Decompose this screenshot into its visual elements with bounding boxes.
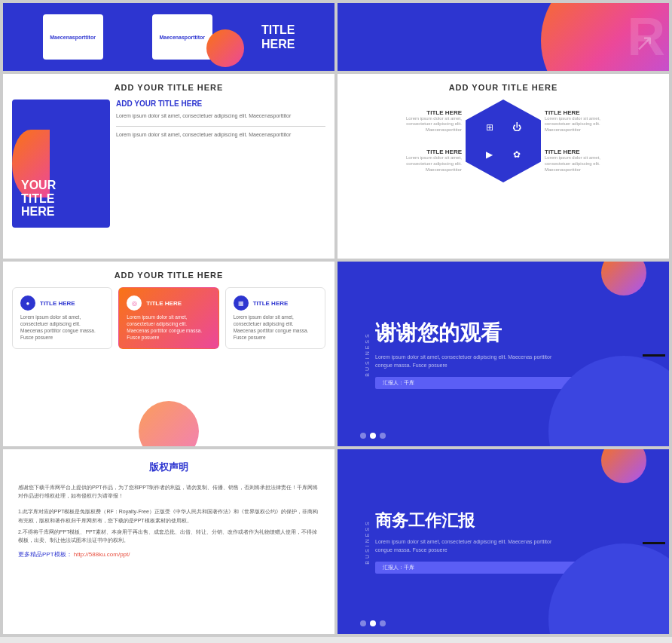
slide4-item-1: TITLE HERE Lorem ipsum dolor sit amet, c… — [545, 109, 628, 133]
slide5-card2-icon-row: ▦ TITLE HERE — [234, 295, 317, 311]
slide4-hex-center: ⊞ ⏻ ▶ ✿ — [466, 100, 541, 182]
slide2-arrow-icon: ↗ — [635, 29, 654, 56]
slide6-side-text: BUSINESS — [365, 332, 370, 376]
slide5-card-1: ◎ TITLE HERE Lorem ipsum dolor sit amet,… — [118, 287, 218, 349]
slide4-title: ADD YOUR TITLE HERE — [347, 83, 660, 92]
slide3-body1: Lorem ipsum dolor sit amet, consectetuer… — [116, 112, 325, 120]
slide8-main-title: 商务工作汇报 — [375, 510, 646, 532]
slide5-card-0: ● TITLE HERE Lorem ipsum dolor sit amet,… — [12, 287, 112, 349]
slide8-dot-2 — [380, 620, 386, 626]
slide7-website-url[interactable]: http://588ku.com/ppt/ — [74, 551, 130, 558]
slide5-card1-body: Lorem ipsum dolor sit amet, consectetuer… — [127, 314, 210, 341]
slide8-orange-ball — [601, 449, 646, 483]
slide5-cards: ● TITLE HERE Lorem ipsum dolor sit amet,… — [12, 287, 325, 349]
slide-4: ADD YOUR TITLE HERE TITLE HERE Lorem ips… — [338, 74, 669, 259]
slide5-card0-icon-row: ● TITLE HERE — [20, 295, 104, 311]
slide3-body2: Lorem ipsum dolor sit amet, consectetuer… — [116, 131, 325, 139]
slide8-black-line — [643, 542, 665, 544]
slide7-website-label: 更多精品PPT模板： — [18, 551, 72, 558]
slide5-card0-body: Lorem ipsum dolor sit amet, consectetuer… — [20, 314, 104, 341]
slide-2: R ↗ — [338, 3, 669, 71]
slide5-card1-title: TITLE HERE — [146, 300, 182, 307]
slide1-card1-label: Maecenasporttitor — [50, 35, 96, 40]
slide6-orange-ball — [601, 262, 646, 295]
slide6-dot-2 — [380, 433, 386, 439]
slide5-card2-body: Lorem ipsum dolor sit amet, consectetuer… — [234, 314, 317, 341]
slide4-item2-body: Lorem ipsum dolor sit amet, consectetuer… — [379, 155, 462, 173]
slide5-title: ADD YOUR TITLE HERE — [12, 271, 325, 280]
slide5-card2-icon: ▦ — [234, 295, 249, 311]
slide5-pink-blob — [139, 401, 199, 446]
slide5-card-2: ▦ TITLE HERE Lorem ipsum dolor sit amet,… — [225, 287, 325, 349]
slide1-orange-circle — [206, 29, 244, 67]
slide4-item1-title: TITLE HERE — [545, 109, 628, 116]
slide8-dots — [360, 620, 386, 626]
slide4-hex-icon-2: ▶ — [477, 142, 502, 168]
slide5-card0-title: TITLE HERE — [40, 300, 75, 307]
slide-6: BUSINESS 谢谢您的观看 Lorem ipsum dolor sit am… — [338, 262, 669, 446]
slide6-dot-1 — [370, 433, 376, 439]
slide4-right-col: TITLE HERE Lorem ipsum dolor sit amet, c… — [545, 109, 628, 173]
slide4-item-2: TITLE HERE Lorem ipsum dolor sit amet, c… — [379, 149, 462, 173]
slide4-hex-grid: TITLE HERE Lorem ipsum dolor sit amet, c… — [347, 100, 660, 182]
slide-grid: Maecenasporttitor Maecenasporttitor TITL… — [0, 0, 672, 637]
slide8-arc — [548, 543, 669, 634]
slide4-item0-body: Lorem ipsum dolor sit amet, consectetuer… — [379, 116, 462, 133]
slide8-dot-1 — [370, 620, 376, 626]
slide-8: BUSINESS 商务工作汇报 Lorem ipsum dolor sit am… — [338, 449, 669, 634]
slide8-dot-0 — [360, 620, 366, 626]
slide3-divider — [116, 126, 325, 127]
slide-7: 版权声明 感谢您下载千库网平台上提供的PPT作品，为了您和PPT制作者的利益，请… — [3, 449, 334, 634]
slide3-left-title: YOURTITLEHERE — [21, 179, 56, 219]
slide-3: ADD YOUR TITLE HERE YOURTITLEHERE ADD YO… — [3, 74, 334, 259]
slide4-item0-title: TITLE HERE — [379, 109, 462, 116]
slide3-content: YOURTITLEHERE ADD YOUR TITLE HERE Lorem … — [12, 100, 325, 228]
slide5-card1-icon-row: ◎ TITLE HERE — [127, 295, 210, 311]
slide6-sub-text: Lorem ipsum dolor sit amet, consectetuer… — [375, 354, 564, 369]
slide7-point1: 1.此字库对应的PPT模板是免版权费（RF：Royalty-Free）正版受《中… — [18, 507, 319, 524]
slide3-right-panel: ADD YOUR TITLE HERE Lorem ipsum dolor si… — [116, 100, 325, 228]
slide4-item-3: TITLE HERE Lorem ipsum dolor sit amet, c… — [545, 149, 628, 173]
slide1-card2-label: Maecenasporttitor — [159, 35, 205, 40]
slide7-website: 更多精品PPT模板： http://588ku.com/ppt/ — [18, 550, 319, 559]
slide3-left-panel: YOURTITLEHERE — [12, 100, 110, 228]
slide-5: ADD YOUR TITLE HERE ● TITLE HERE Lorem i… — [3, 262, 334, 446]
slide6-arc — [548, 356, 669, 446]
slide4-hex-icon-1: ⏻ — [505, 115, 530, 140]
slide7-copy-body: 感谢您下载千库网平台上提供的PPT作品，为了您和PPT制作者的利益，请勿复制、传… — [18, 483, 319, 500]
slide4-item3-body: Lorem ipsum dolor sit amet, consectetuer… — [545, 155, 628, 173]
slide1-card1: Maecenasporttitor — [43, 14, 103, 60]
slide1-card2: Maecenasporttitor — [152, 14, 212, 60]
slide8-sub-text: Lorem ipsum dolor sit amet, consectetuer… — [375, 538, 564, 554]
slide6-dot-0 — [360, 433, 366, 439]
slide8-side-text: BUSINESS — [365, 519, 370, 564]
slide-1: Maecenasporttitor Maecenasporttitor TITL… — [3, 3, 334, 71]
slide5-card0-icon: ● — [20, 295, 35, 311]
slide7-copy-title: 版权声明 — [18, 461, 319, 474]
slide3-sub-title: ADD YOUR TITLE HERE — [116, 100, 325, 108]
slide4-item1-body: Lorem ipsum dolor sit amet, consectetuer… — [545, 116, 628, 133]
slide4-hex-icon-3: ✿ — [505, 142, 530, 168]
slide3-title: ADD YOUR TITLE HERE — [12, 83, 325, 92]
slide6-main-title: 谢谢您的观看 — [375, 319, 646, 348]
slide4-hex-bg: ⊞ ⏻ ▶ ✿ — [466, 100, 541, 182]
slide4-item-0: TITLE HERE Lorem ipsum dolor sit amet, c… — [379, 109, 462, 133]
slide7-point2: 2.不得将千库网的PPT模板、PPT素材、本身用于再出售、成套总批、出借、转让、… — [18, 528, 319, 544]
slide6-dots — [360, 433, 386, 439]
slide6-black-line — [643, 354, 665, 357]
slide4-item2-title: TITLE HERE — [379, 149, 462, 155]
slide5-card1-icon: ◎ — [127, 295, 142, 311]
slide5-card2-title: TITLE HERE — [253, 300, 289, 307]
slide1-title: TITLEHERE — [261, 23, 295, 51]
slide4-item3-title: TITLE HERE — [545, 149, 628, 155]
slide4-left-col: TITLE HERE Lorem ipsum dolor sit amet, c… — [379, 109, 462, 173]
slide4-hex-icon-0: ⊞ — [477, 115, 502, 140]
